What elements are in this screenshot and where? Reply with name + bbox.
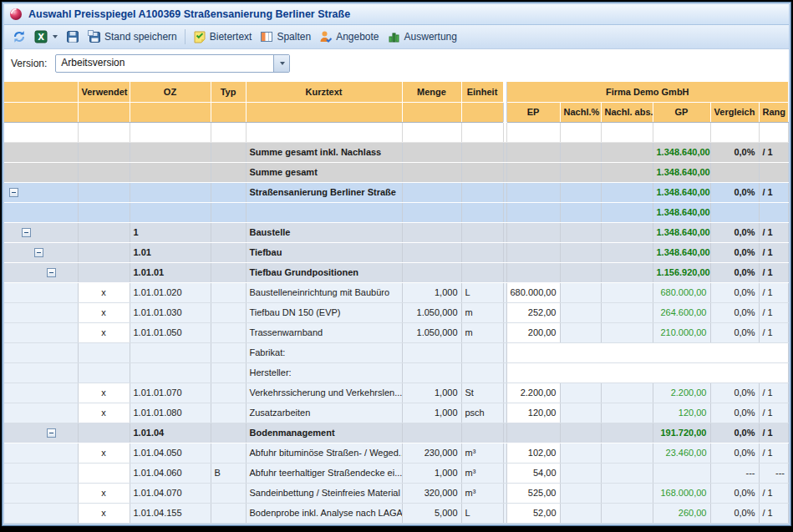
typ-cell bbox=[211, 142, 246, 162]
collapse-toggle[interactable] bbox=[34, 248, 43, 257]
menge-cell bbox=[402, 122, 461, 142]
menge-cell bbox=[402, 423, 461, 443]
typ-cell bbox=[211, 483, 246, 503]
nachl-pct-cell bbox=[560, 222, 601, 242]
gp-cell: 210.000,00 bbox=[653, 322, 710, 342]
gp-cell: 1.348.640,00 bbox=[653, 202, 710, 222]
menge-cell bbox=[402, 222, 461, 242]
collapse-toggle[interactable] bbox=[9, 188, 18, 197]
rang-cell bbox=[759, 122, 789, 142]
verwendet-cell[interactable]: x bbox=[78, 322, 130, 342]
verwendet-cell[interactable] bbox=[78, 463, 130, 483]
ep-cell[interactable]: 252,00 bbox=[506, 302, 560, 322]
col-gp: GP bbox=[653, 102, 710, 122]
einheit-cell bbox=[461, 242, 503, 262]
version-combobox[interactable]: Arbeitsversion bbox=[55, 54, 290, 73]
collapse-toggle[interactable] bbox=[47, 268, 56, 277]
tree-cell bbox=[4, 383, 78, 403]
freitext-input[interactable] bbox=[506, 362, 789, 383]
collapse-toggle[interactable] bbox=[22, 228, 31, 237]
verwendet-cell bbox=[78, 142, 130, 162]
nachl-abs-cell bbox=[601, 202, 653, 222]
bietertext-button[interactable]: Bietertext bbox=[189, 28, 257, 45]
einheit-cell bbox=[461, 122, 503, 142]
tree-cell bbox=[4, 342, 78, 362]
menge-cell: 1,000 bbox=[402, 282, 461, 302]
verwendet-cell[interactable]: x bbox=[78, 383, 130, 403]
einheit-cell bbox=[461, 342, 503, 362]
nachl-pct-cell bbox=[560, 302, 601, 322]
typ-cell bbox=[211, 302, 246, 322]
verwendet-cell[interactable]: x bbox=[78, 483, 130, 503]
gp-cell: 2.200,00 bbox=[653, 383, 710, 403]
table-row: x1.01.04.070Sandeinbettung / Steinfreies… bbox=[4, 483, 789, 503]
rang-cell: / 1 bbox=[759, 302, 789, 322]
einheit-cell bbox=[461, 222, 503, 242]
spalten-button[interactable]: Spalten bbox=[256, 28, 315, 45]
ep-cell[interactable]: 2.200,00 bbox=[506, 383, 560, 403]
gp-cell: 1.348.640,00 bbox=[653, 242, 710, 262]
ep-cell[interactable]: 52,00 bbox=[506, 503, 560, 523]
nachl-abs-cell bbox=[601, 162, 653, 182]
excel-export-button[interactable]: X bbox=[30, 28, 62, 45]
ep-cell[interactable]: 200,00 bbox=[506, 322, 560, 342]
ep-cell[interactable]: 525,00 bbox=[506, 483, 560, 503]
ep-cell[interactable]: 54,00 bbox=[506, 463, 560, 483]
tree-cell bbox=[4, 443, 78, 463]
toolbar-separator bbox=[185, 29, 186, 44]
version-dropdown-button[interactable] bbox=[273, 55, 289, 72]
version-value: Arbeitsversion bbox=[56, 55, 273, 72]
nachl-abs-cell bbox=[601, 302, 653, 322]
einheit-cell: psch bbox=[461, 403, 503, 423]
table-row: x1.01.04.155Bodenprobe inkl. Analyse nac… bbox=[4, 503, 789, 523]
menge-cell bbox=[402, 162, 461, 182]
gp-cell: 23.460,00 bbox=[653, 443, 710, 463]
menge-cell: 1,000 bbox=[402, 463, 461, 483]
toolbar: X Stand speichern bbox=[4, 25, 789, 49]
bar-chart-icon bbox=[388, 30, 401, 43]
einheit-cell: m³ bbox=[461, 463, 503, 483]
col-firma: Firma Demo GmbH bbox=[506, 82, 789, 102]
verwendet-cell[interactable]: x bbox=[78, 302, 130, 322]
save-stand-icon bbox=[88, 30, 101, 43]
excel-dropdown-arrow[interactable] bbox=[53, 35, 58, 38]
oz-cell: 1.01.04.060 bbox=[130, 463, 211, 483]
refresh-button[interactable] bbox=[8, 28, 30, 45]
auswertung-button[interactable]: Auswertung bbox=[384, 28, 461, 45]
nachl-pct-cell bbox=[560, 403, 601, 423]
nachl-pct-cell bbox=[560, 182, 601, 202]
gp-cell bbox=[653, 122, 710, 142]
oz-cell: 1.01.01 bbox=[130, 262, 211, 282]
kurztext-cell: Abfuhr teerhaltiger Straßendecke ei... bbox=[246, 463, 402, 483]
typ-cell bbox=[211, 403, 246, 423]
vergleich-cell: 0,0% bbox=[710, 302, 759, 322]
verwendet-cell[interactable]: x bbox=[78, 282, 130, 302]
table-row: x1.01.01.030Tiefbau DN 150 (EVP)1.050,00… bbox=[4, 302, 789, 322]
refresh-icon bbox=[13, 30, 26, 43]
nachl-pct-cell bbox=[560, 282, 601, 302]
verwendet-cell[interactable]: x bbox=[78, 443, 130, 463]
ep-cell[interactable]: 680.000,00 bbox=[506, 282, 560, 302]
kurztext-cell: Sandeinbettung / Steinfreies Material bbox=[246, 483, 402, 503]
vergleich-cell bbox=[710, 122, 759, 142]
verwendet-cell[interactable]: x bbox=[78, 403, 130, 423]
table-row: x1.01.01.050Trassenwarnband1.050,000m200… bbox=[4, 322, 789, 342]
vergleich-cell: 0,0% bbox=[710, 182, 759, 202]
verwendet-cell[interactable]: x bbox=[78, 503, 130, 523]
angebote-button[interactable]: Angebote bbox=[315, 28, 383, 45]
save-button[interactable] bbox=[62, 28, 84, 45]
ep-cell[interactable]: 102,00 bbox=[506, 443, 560, 463]
einheit-cell bbox=[461, 202, 503, 222]
nachl-pct-cell bbox=[560, 503, 601, 523]
vergleich-cell: 0,0% bbox=[710, 142, 759, 162]
kurztext-cell: Tiefbau Grundpositionen bbox=[246, 262, 402, 282]
collapse-toggle[interactable] bbox=[47, 428, 56, 438]
freitext-input[interactable] bbox=[506, 342, 789, 362]
nachl-abs-cell bbox=[601, 403, 653, 423]
stand-speichern-button[interactable]: Stand speichern bbox=[84, 28, 181, 45]
table-row: 1.01.04Bodenmanagement191.720,000,0%/ 1 bbox=[4, 423, 789, 443]
menge-cell bbox=[402, 242, 461, 262]
typ-cell bbox=[211, 162, 246, 182]
ep-cell[interactable]: 120,00 bbox=[506, 403, 560, 423]
gp-cell: 260,00 bbox=[653, 503, 710, 523]
